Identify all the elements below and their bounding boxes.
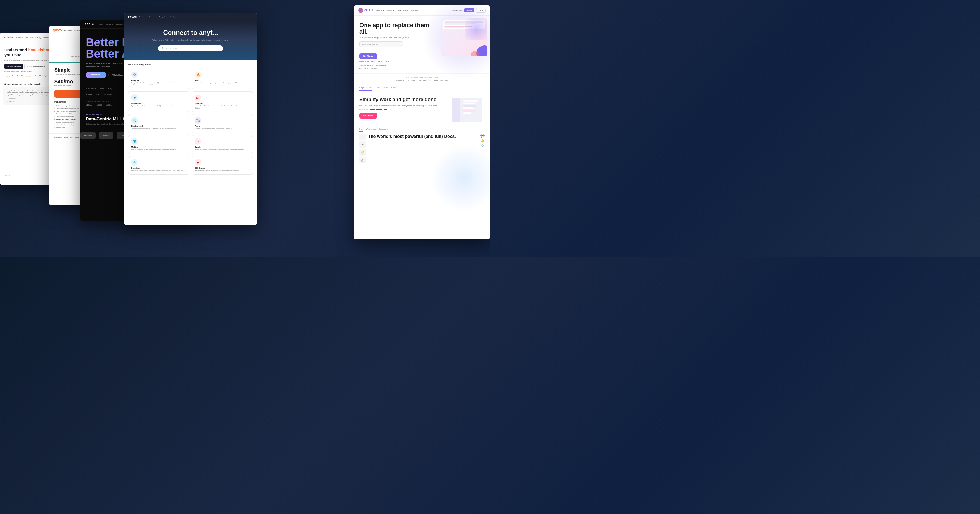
- retool-hero: Connect to anyt... Out of the box, Retoo…: [124, 21, 257, 60]
- clickup-app-preview: [441, 18, 487, 56]
- cassandra-name: Cassandra: [131, 102, 186, 104]
- tab-goals[interactable]: Goals: [383, 86, 388, 90]
- athena-icon: 🔥: [195, 71, 201, 78]
- paperclip-icon: 📎: [480, 144, 485, 148]
- clickup-feature-desc: Plan, track, and manage any type of work…: [360, 105, 441, 106]
- db-fauna: 🐾 Fauna Fauna is a serverless database w…: [192, 114, 253, 133]
- fauna-icon: 🐾: [195, 117, 201, 124]
- clickup-ratings: ★★★★★ Based on 10,000+ reviews at: [360, 65, 436, 67]
- mysql-desc: MySQL is an open-source relational datab…: [131, 149, 186, 151]
- elasticsearch-desc: Elasticsearch is a distributed, RESTful …: [131, 128, 186, 130]
- fauna-desc: Fauna is a serverless database with a na…: [195, 128, 250, 130]
- clickup-nav-links: Product ▾ Solutions ▾ Learn ▾ Pricing En…: [377, 10, 418, 11]
- preview-glow: [466, 18, 487, 40]
- db-oracle: ○ Oracle Oracle database is a relational…: [192, 135, 253, 154]
- clickup-feature-section: Simplify work and get more done. Plan, t…: [354, 93, 490, 125]
- trust-samsung: SAMSUNG: [396, 80, 405, 82]
- retool-hero-desc: Out of the box, Retool will connect to n…: [129, 39, 252, 41]
- clickup-replaces: REPLACES Asana Monday Jira: [360, 108, 441, 110]
- pencil-icon: ✏: [360, 141, 366, 148]
- elasticsearch-name: Elasticsearch: [131, 125, 186, 127]
- oracle-desc: Oracle database is a relational multi-mo…: [195, 149, 250, 151]
- retool-db-section: Database integrations ⚙ AlloyDB Google C…: [124, 60, 257, 179]
- alloydb-name: AlloyDB: [131, 79, 186, 81]
- hotjar-email-button[interactable]: Start free with email: [4, 64, 23, 69]
- oracle-name: Oracle: [195, 146, 250, 148]
- clickup-feature-tabs: Project & Tasks Chat Goals Views: [354, 84, 490, 93]
- folder-icon: 📁: [360, 149, 366, 155]
- tab-whiteboards[interactable]: Whiteboards: [366, 128, 376, 132]
- docs-icons: U ✏ 📁 🔗: [360, 134, 366, 164]
- clickup-cta-button[interactable]: Get Started: [360, 53, 377, 59]
- link-icon: 🔗: [360, 157, 366, 163]
- clickup-docs-title: The world's most powerful (and fun) Docs…: [368, 134, 478, 139]
- contact-sales-button[interactable]: Contact Sales: [452, 10, 462, 11]
- chat-icon: 💬: [480, 134, 485, 138]
- tab-docs[interactable]: Docs: [360, 128, 363, 132]
- trust-logos: SAMSUNG STANLEY Booking.com IBM PADRES: [360, 80, 485, 82]
- clickup-free-note: FREE FOREVER NO CREDIT CARD.: [360, 61, 436, 63]
- underline-icon: U: [360, 134, 366, 140]
- clickup-hero-section: One app to replace them all. All of your…: [354, 16, 490, 73]
- scale-annotate[interactable]: Annotate: [80, 132, 95, 139]
- tab-chat[interactable]: Chat: [375, 86, 380, 90]
- clickup-get-started-button[interactable]: Get Started: [360, 113, 377, 119]
- couchdb-icon: 🛋: [195, 94, 201, 101]
- fauna-name: Fauna: [195, 125, 250, 127]
- tab-dashboards[interactable]: Dashboards: [379, 128, 388, 132]
- cassandra-icon: ◈: [131, 94, 138, 101]
- alloydb-icon: ⚙: [131, 71, 138, 78]
- clickup-logo: ClickUp: [358, 8, 374, 13]
- sqlserver-desc: Microsoft SQL Server is a relational dat…: [195, 170, 250, 172]
- clickup-hero-desc: All of your work in one place: Tasks, Do…: [360, 37, 436, 39]
- docs-title-area: The world's most powerful (and fun) Docs…: [368, 134, 478, 139]
- retool-hero-title: Connect to anyt...: [129, 29, 252, 37]
- retool-search-bar[interactable]: 🔍 Search integr...: [158, 45, 223, 51]
- clickup-card: ClickUp Product ▾ Solutions ▾ Learn ▾ Pr…: [354, 5, 490, 240]
- hotjar-bottom-nav: ← →: [4, 174, 11, 177]
- sqlserver-icon: ▶: [195, 159, 201, 166]
- hotjar-g2-rating: ★★★★ 4.3 out of 5 on G2: [4, 75, 22, 77]
- snowflake-icon: ❄: [131, 159, 138, 166]
- sqlserver-name: SQL Server: [195, 167, 250, 169]
- snowflake-name: Snowflake: [131, 167, 186, 169]
- couchdb-desc: Apache CouchDB lets you access your data…: [195, 105, 250, 109]
- signup-button[interactable]: Sign Up: [464, 8, 475, 12]
- mysql-name: MySQL: [131, 146, 186, 148]
- retool-db-grid: ⚙ AlloyDB Google Cloud's fully managed P…: [128, 68, 253, 175]
- clickup-logo-icon: [358, 8, 363, 13]
- hotjar-capterra-rating: ★★★★★ 4.7 out of 5 on Capterra: [26, 75, 49, 77]
- couchdb-name: CouchDB: [195, 102, 250, 104]
- cassandra-desc: Apache Cassandra is an open-source NoSQL…: [131, 105, 186, 107]
- trust-padres: PADRES: [441, 80, 449, 82]
- clickup-hero-mockup: [441, 16, 490, 73]
- clickup-nav: ClickUp Product ▾ Solutions ▾ Learn ▾ Pr…: [354, 5, 490, 16]
- retool-nav: Retool Products Customers Integrations P…: [124, 13, 257, 21]
- clickup-feature-title: Simplify work and get more done.: [360, 97, 441, 103]
- snowflake-desc: Snowflake is a cloud data platform avail…: [131, 170, 186, 172]
- clickup-hero-title: One app to replace them all.: [360, 22, 436, 35]
- scale-get-started[interactable]: Get Started →: [86, 72, 106, 78]
- trust-stanley: STANLEY: [408, 80, 417, 82]
- login-button[interactable]: Log In: [476, 8, 486, 13]
- db-sqlserver: ▶ SQL Server Microsoft SQL Server is a r…: [192, 156, 253, 175]
- db-cassandra: ◈ Cassandra Apache Cassandra is an open-…: [128, 91, 189, 112]
- tab-views[interactable]: Views: [391, 86, 396, 90]
- gusto-logo: gusto: [53, 28, 62, 32]
- hotjar-google-button[interactable]: G Start free with Google: [24, 64, 47, 69]
- review-platform-logos: G2 Capterra GetApp: [360, 67, 436, 69]
- tab-project-tasks[interactable]: Project & Tasks: [360, 86, 372, 90]
- scale-logo: scale: [85, 22, 94, 25]
- db-elasticsearch: 🔍 Elasticsearch Elasticsearch is a distr…: [128, 114, 189, 133]
- clickup-email-input[interactable]: Enter your work email: [360, 41, 403, 47]
- db-mysql: 🐬 MySQL MySQL is an open-source relation…: [128, 135, 189, 154]
- mockup-sidebar: [452, 98, 460, 122]
- retool-logo: Retool: [128, 15, 137, 18]
- thumbs-up-icon: 👍: [480, 139, 485, 143]
- scale-manage[interactable]: Manage: [99, 132, 113, 139]
- clickup-docs-tabs: Docs Whiteboards Dashboards: [360, 128, 485, 132]
- hotjar-logo: ● hotjar: [4, 35, 14, 39]
- clickup-feature-mockup: [447, 93, 490, 125]
- docs-side-icons: 💬 👍 📎: [480, 134, 485, 148]
- mysql-icon: 🐬: [131, 138, 138, 145]
